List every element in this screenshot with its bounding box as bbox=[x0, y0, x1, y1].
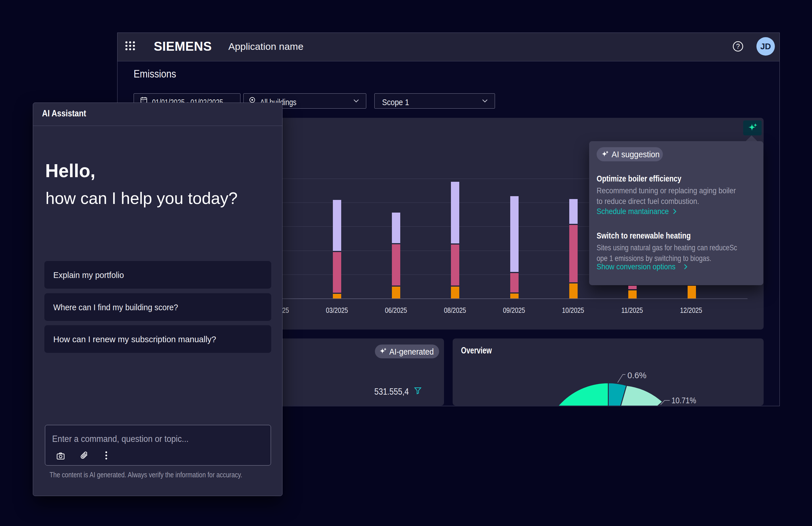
svg-text:?: ? bbox=[736, 43, 740, 50]
